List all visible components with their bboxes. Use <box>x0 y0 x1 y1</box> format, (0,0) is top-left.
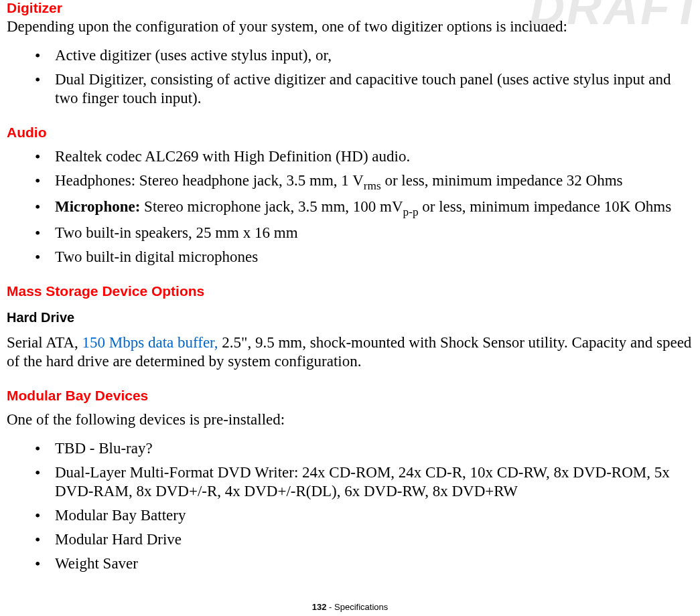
list-item: Headphones: Stereo headphone jack, 3.5 m… <box>35 171 693 193</box>
text-segment: Serial ATA, <box>7 334 82 351</box>
list-item: Dual Digitizer, consisting of active dig… <box>35 70 693 109</box>
section-digitizer: Digitizer Depending upon the configurati… <box>7 0 693 108</box>
audio-heading: Audio <box>7 125 693 141</box>
footer-label: Specifications <box>334 602 388 612</box>
modular-heading: Modular Bay Devices <box>7 388 693 404</box>
subscript: rms <box>364 179 381 191</box>
footer-sep: - <box>326 602 334 612</box>
hdd-body: Serial ATA, 150 Mbps data buffer, 2.5", … <box>7 333 693 372</box>
list-item: TBD - Blu-ray? <box>35 439 693 459</box>
list-item: Weight Saver <box>35 554 693 574</box>
list-item: Dual-Layer Multi-Format DVD Writer: 24x … <box>35 463 693 502</box>
text-segment: or less, minimum impedance 32 Ohms <box>381 172 623 189</box>
subscript: p-p <box>403 206 419 218</box>
mic-label: Microphone: <box>55 198 140 215</box>
list-item: Two built-in digital microphones <box>35 248 693 267</box>
page-footer: 132 - Specifications <box>0 602 700 612</box>
list-item: Modular Hard Drive <box>35 530 693 550</box>
storage-heading: Mass Storage Device Options <box>7 283 693 299</box>
list-item: Realtek codec ALC269 with High Definitio… <box>35 147 693 167</box>
section-mass-storage: Mass Storage Device Options Hard Drive S… <box>7 283 693 372</box>
list-item: Modular Bay Battery <box>35 506 693 526</box>
text-highlight: 150 Mbps data buffer, <box>82 334 218 351</box>
digitizer-intro: Depending upon the configuration of your… <box>7 17 693 37</box>
modular-list: TBD - Blu-ray? Dual-Layer Multi-Format D… <box>7 439 693 574</box>
modular-intro: One of the following devices is pre-inst… <box>7 410 693 430</box>
section-modular-bay: Modular Bay Devices One of the following… <box>7 388 693 573</box>
text-segment: Headphones: Stereo headphone jack, 3.5 m… <box>55 172 364 189</box>
list-item: Two built-in speakers, 25 mm x 16 mm <box>35 224 693 243</box>
list-item: Active digitizer (uses active stylus inp… <box>35 46 693 66</box>
text-segment: Stereo microphone jack, 3.5 mm, 100 mV <box>140 198 403 215</box>
digitizer-heading: Digitizer <box>7 0 693 16</box>
page-number: 132 <box>312 602 327 612</box>
list-item: Microphone: Stereo microphone jack, 3.5 … <box>35 198 693 219</box>
text-segment: or less, minimum impedance 10K Ohms <box>419 198 672 215</box>
audio-list: Realtek codec ALC269 with High Definitio… <box>7 147 693 267</box>
hdd-heading: Hard Drive <box>7 310 693 325</box>
digitizer-list: Active digitizer (uses active stylus inp… <box>7 46 693 108</box>
section-audio: Audio Realtek codec ALC269 with High Def… <box>7 125 693 267</box>
